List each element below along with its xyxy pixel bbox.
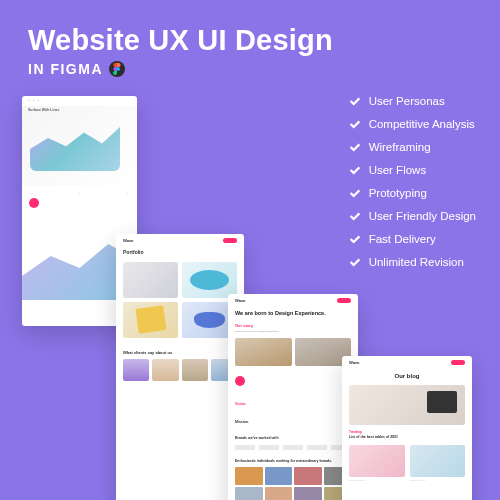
brand-logo — [235, 445, 255, 450]
feature-label: Competitive Analysis — [369, 118, 475, 130]
team-section: Enthusiastic individuals working for ext… — [228, 453, 358, 500]
about-heading: We are born to Design Experience. — [228, 306, 358, 318]
accent-dot-icon — [29, 198, 39, 208]
team-heading: Enthusiastic individuals working for ext… — [235, 459, 351, 463]
subtitle-row: IN FIGMA — [28, 61, 472, 77]
post-image — [410, 445, 466, 477]
mockup-nav: ••• — [22, 96, 137, 106]
promo-header: Website UX UI Design IN FIGMA — [0, 0, 500, 87]
feature-item: Competitive Analysis — [348, 117, 476, 131]
client-photo — [152, 359, 178, 381]
team-grid — [235, 467, 351, 500]
mockup-hero-section: Surface With Lines — [22, 106, 137, 186]
portfolio-thumb — [123, 262, 178, 298]
feature-label: Wireframing — [369, 141, 431, 153]
feature-label: User Personas — [369, 95, 445, 107]
brand-logo — [307, 445, 327, 450]
blog-post: ——— ——— — [410, 445, 466, 482]
mockup-card-about: Wavo We are born to Design Experience. O… — [228, 294, 358, 500]
team-thumb — [265, 467, 293, 485]
brand-logo — [259, 445, 279, 450]
feature-list: User Personas Competitive Analysis Wiref… — [348, 94, 476, 269]
feature-label: User Flows — [369, 164, 427, 176]
accent-dot-icon — [235, 376, 245, 386]
feature-item: Wireframing — [348, 140, 476, 154]
mockup-nav: Wavo — [116, 234, 244, 246]
feature-item: User Flows — [348, 163, 476, 177]
testimonial-title: What clients say about us — [123, 350, 237, 355]
team-thumb — [235, 467, 263, 485]
mockup-meta: ——— — [22, 186, 137, 200]
cta-pill — [451, 360, 465, 365]
blog-posts-grid: ——— ——— ——— ——— — [342, 439, 472, 488]
wave-graphic — [30, 116, 120, 171]
brands-label: Brands we've worked with — [228, 430, 358, 442]
team-thumb — [265, 487, 293, 500]
team-photo — [235, 338, 292, 366]
mockup-card-portfolio: Wavo Portfolio What clients say about us — [116, 234, 244, 500]
about-photos — [228, 333, 358, 371]
mockup-logo: Wavo — [349, 360, 360, 365]
mockup-nav: Wavo — [228, 294, 358, 306]
brand-logo — [283, 445, 303, 450]
feature-item: Fast Delivery — [348, 232, 476, 246]
feature-label: User Friendly Design — [369, 210, 476, 222]
portfolio-thumb — [123, 302, 178, 338]
feature-item: Unlimited Revision — [348, 255, 476, 269]
blog-category: Trending — [342, 425, 472, 435]
post-image — [349, 445, 405, 477]
portfolio-thumb — [182, 262, 237, 298]
mission-label: Mission. — [235, 420, 249, 424]
feature-item: User Personas — [348, 94, 476, 108]
story-label: Our story — [228, 318, 358, 330]
mockup-logo: Wavo — [123, 238, 134, 243]
mockup-nav: Wavo — [342, 356, 472, 368]
hero-label: Surface With Lines — [28, 108, 59, 112]
vision-mission: Vision. Mission. — [228, 388, 358, 430]
client-photo — [182, 359, 208, 381]
portfolio-title: Portfolio — [116, 246, 244, 258]
cta-pill — [337, 298, 351, 303]
team-thumb — [235, 487, 263, 500]
blog-post: ——— ——— — [349, 445, 405, 482]
vision-label: Vision. — [235, 402, 246, 406]
team-thumb — [294, 487, 322, 500]
svg-point-0 — [117, 67, 120, 70]
blog-title: Our blog — [342, 368, 472, 385]
photo-strip — [123, 359, 237, 381]
feature-label: Fast Delivery — [369, 233, 436, 245]
feature-item: User Friendly Design — [348, 209, 476, 223]
figma-icon — [109, 61, 125, 77]
mockup-showcase: ••• Surface With Lines ——— Wavo Portfoli… — [22, 96, 362, 500]
feature-label: Unlimited Revision — [369, 256, 464, 268]
feature-item: Prototyping — [348, 186, 476, 200]
testimonial-section: What clients say about us — [116, 342, 244, 385]
portfolio-grid — [116, 258, 244, 342]
promo-title: Website UX UI Design — [28, 24, 472, 57]
post-excerpt: ——— ——— — [410, 479, 466, 482]
cta-pill — [223, 238, 237, 243]
mockup-card-blog: Wavo Our blog Trending List of the best … — [342, 356, 472, 500]
blog-hero-image — [349, 385, 465, 425]
brand-logos — [228, 442, 358, 453]
post-excerpt: ——— ——— — [349, 479, 405, 482]
mockup-logo: Wavo — [235, 298, 246, 303]
promo-subtitle: IN FIGMA — [28, 61, 103, 77]
feature-label: Prototyping — [369, 187, 427, 199]
team-thumb — [294, 467, 322, 485]
client-photo — [123, 359, 149, 381]
